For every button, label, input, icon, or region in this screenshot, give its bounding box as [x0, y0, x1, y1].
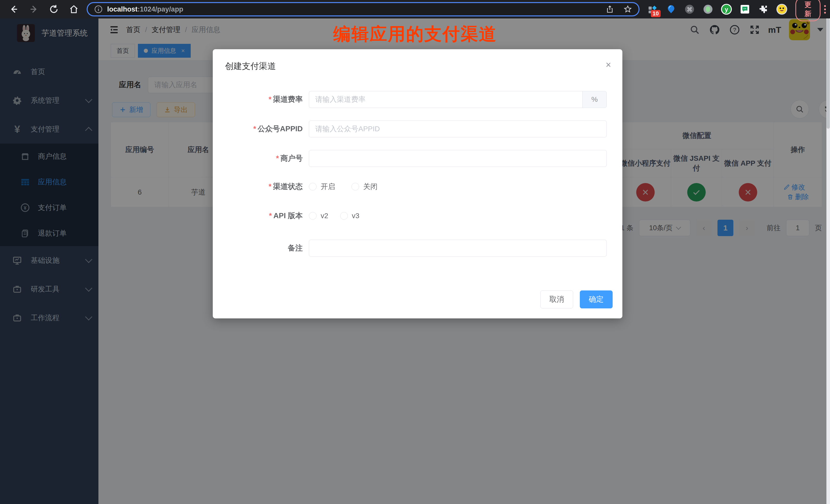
radio-icon [309, 212, 317, 220]
extension-icons: 10 ⌘ y [647, 3, 788, 15]
extension-chat-icon[interactable] [739, 3, 751, 15]
forward-icon[interactable] [29, 4, 39, 14]
merchant-input[interactable] [309, 150, 607, 167]
extension-pin-icon[interactable]: 10 [647, 3, 659, 15]
radio-icon [340, 212, 348, 220]
field-label-api: *API 版本 [213, 211, 309, 221]
svg-text:y: y [725, 6, 728, 13]
field-label-status: *渠道状态 [213, 182, 309, 192]
browser-update-button[interactable]: 更新 [795, 0, 821, 21]
bookmark-star-icon[interactable] [622, 4, 633, 14]
rate-input[interactable] [309, 91, 582, 108]
field-label-rate: *渠道费率 [213, 94, 309, 104]
page-scrollbar[interactable] [826, 19, 830, 504]
extension-badge: 10 [651, 10, 661, 17]
remark-input[interactable] [309, 240, 607, 257]
appid-input[interactable] [309, 121, 607, 137]
radio-label: v2 [321, 212, 328, 220]
radio-label: 开启 [321, 182, 335, 191]
status-radio-off[interactable]: 关闭 [351, 182, 378, 191]
radio-icon [309, 183, 317, 190]
browser-menu-icon[interactable] [824, 5, 826, 13]
extensions-puzzle-icon[interactable] [758, 3, 769, 15]
dialog-close-icon[interactable]: × [606, 60, 611, 70]
api-radio-v3[interactable]: v3 [340, 212, 360, 220]
create-channel-dialog: 创建支付渠道 × *渠道费率 % *公众号APPID *商户号 *渠道状态 开启… [213, 49, 622, 318]
extension-command-icon[interactable]: ⌘ [683, 3, 695, 15]
dialog-title: 创建支付渠道 [225, 61, 276, 72]
api-radio-v2[interactable]: v2 [309, 212, 328, 220]
radio-label: 关闭 [363, 182, 378, 191]
site-info-icon[interactable] [93, 4, 103, 14]
field-label-merchant: *商户号 [213, 153, 309, 163]
url-host: localhost [107, 5, 138, 13]
scrollbar-thumb[interactable] [827, 19, 830, 129]
browser-toolbar: localhost:1024/pay/app 10 ⌘ y [0, 0, 830, 19]
required-asterisk: * [253, 125, 256, 133]
home-icon[interactable] [69, 4, 79, 14]
field-label-appid: *公众号APPID [213, 124, 309, 134]
required-asterisk: * [276, 154, 279, 162]
svg-text:⌘: ⌘ [687, 6, 693, 13]
confirm-button[interactable]: 确定 [580, 290, 613, 308]
required-asterisk: * [269, 212, 272, 220]
back-icon[interactable] [9, 4, 19, 14]
profile-emoji-icon[interactable] [776, 3, 788, 15]
radio-label: v3 [352, 212, 360, 220]
reload-icon[interactable] [49, 4, 59, 14]
required-asterisk: * [268, 182, 272, 190]
extension-balloon-icon[interactable] [665, 3, 677, 15]
url-path: :1024/pay/app [138, 5, 184, 13]
required-asterisk: * [268, 95, 272, 103]
annotation-text: 编辑应用的支付渠道 [333, 23, 497, 46]
url-bar[interactable]: localhost:1024/pay/app [87, 2, 640, 17]
field-label-remark: 备注 [213, 243, 309, 253]
status-radio-on[interactable]: 开启 [309, 182, 335, 191]
extension-dot-icon[interactable] [702, 3, 714, 15]
radio-icon [351, 183, 359, 190]
extension-y-icon[interactable]: y [721, 3, 732, 15]
cancel-button[interactable]: 取消 [540, 290, 573, 308]
rate-suffix: % [582, 91, 607, 108]
share-icon[interactable] [605, 4, 615, 14]
